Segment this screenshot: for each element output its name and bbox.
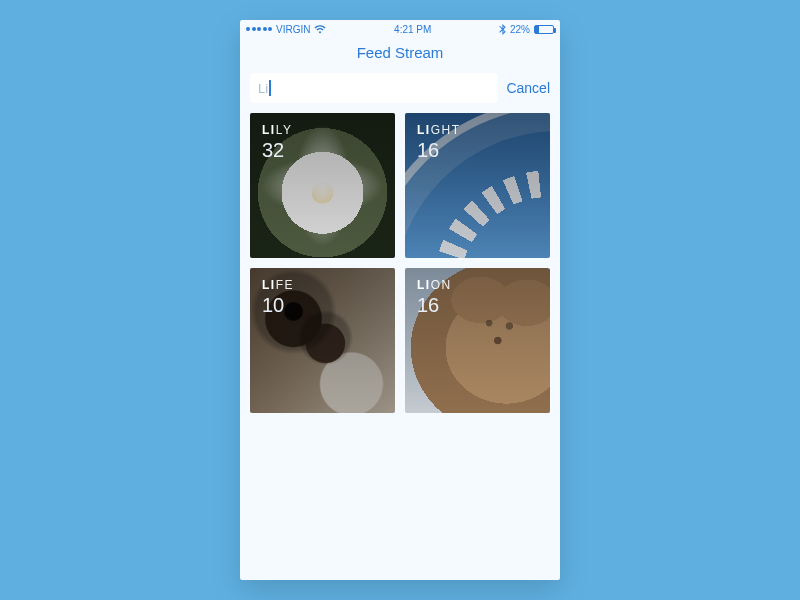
result-tile-lily[interactable]: LILY 32 [250, 113, 395, 258]
search-row: Li Cancel [240, 73, 560, 113]
tile-title: LIFE [262, 278, 294, 292]
wifi-icon [314, 25, 326, 34]
tile-title: LILY [262, 123, 292, 137]
cancel-button[interactable]: Cancel [506, 80, 550, 96]
status-right: 22% [499, 24, 554, 35]
results-grid: LILY 32 LIGHT 16 LIFE 10 LION [240, 113, 560, 413]
tile-count: 16 [417, 294, 439, 317]
battery-icon [534, 25, 554, 34]
clock: 4:21 PM [394, 24, 431, 35]
text-caret-icon [269, 80, 271, 96]
tile-title: LIGHT [417, 123, 461, 137]
tile-title: LION [417, 278, 452, 292]
carrier-label: VIRGIN [276, 24, 310, 35]
phone-frame: VIRGIN 4:21 PM 22% Feed Stream Li Cancel… [240, 20, 560, 580]
result-tile-life[interactable]: LIFE 10 [250, 268, 395, 413]
status-bar: VIRGIN 4:21 PM 22% [240, 20, 560, 38]
search-value: Li [258, 81, 268, 96]
tile-count: 16 [417, 139, 439, 162]
bluetooth-icon [499, 24, 506, 35]
tile-count: 32 [262, 139, 284, 162]
result-tile-lion[interactable]: LION 16 [405, 268, 550, 413]
page-title: Feed Stream [240, 38, 560, 73]
tile-count: 10 [262, 294, 284, 317]
status-left: VIRGIN [246, 24, 326, 35]
result-tile-light[interactable]: LIGHT 16 [405, 113, 550, 258]
signal-dots-icon [246, 27, 272, 31]
search-input[interactable]: Li [250, 73, 498, 103]
battery-pct: 22% [510, 24, 530, 35]
